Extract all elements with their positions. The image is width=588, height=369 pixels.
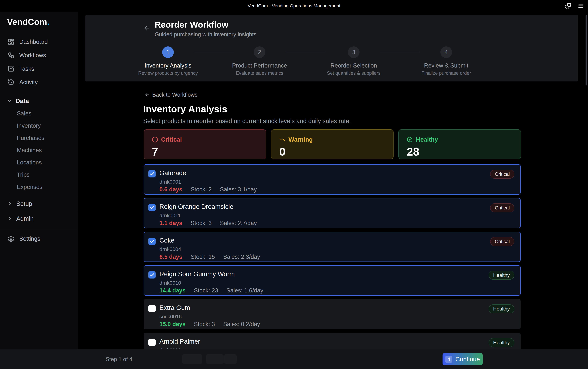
- status-badge: Critical: [490, 203, 514, 212]
- product-row-coke[interactable]: Coke drnk0004 6.5 days Stock: 15 Sales: …: [144, 232, 521, 262]
- arrow-left-icon: [144, 92, 150, 97]
- step-description: Set quantities & suppliers: [327, 71, 381, 76]
- product-checkbox[interactable]: [148, 271, 155, 278]
- back-button[interactable]: [143, 25, 150, 31]
- chevron-down-icon: [7, 99, 12, 103]
- days-remaining: 0.6 days: [159, 186, 182, 193]
- sidebar-item-expenses[interactable]: Expenses: [9, 181, 78, 193]
- wizard-footer: Step 1 of 4 4 Continue: [0, 349, 588, 369]
- sidebar-item-trips[interactable]: Trips: [9, 169, 78, 181]
- footer-ghost-button[interactable]: [182, 354, 202, 364]
- step-label: Product Performance: [232, 62, 287, 69]
- status-badge: Critical: [490, 237, 514, 246]
- sidebar-item-label: Dashboard: [19, 39, 48, 45]
- status-badge: Critical: [490, 170, 514, 179]
- data-sub-list: Sales Inventory Purchases Machines Locat…: [9, 107, 78, 193]
- product-name: Arnold Palmer: [159, 338, 200, 345]
- sidebar-item-activity[interactable]: Activity: [0, 75, 78, 89]
- stat-value: 0: [279, 145, 385, 158]
- sidebar-item-machines[interactable]: Machines: [9, 144, 78, 156]
- sidebar-item-label: Settings: [19, 236, 40, 242]
- stat-value: 28: [407, 145, 513, 158]
- sidebar-group-data[interactable]: Data: [0, 96, 78, 105]
- step-description: Finalize purchase order: [421, 71, 471, 76]
- sales-rate: Sales: 1.6/day: [227, 287, 263, 294]
- stat-card-critical: Critical 7: [144, 129, 266, 159]
- product-name: Coke: [159, 237, 175, 244]
- step-label: Review & Submit: [424, 62, 468, 69]
- sidebar-group-label: Admin: [16, 215, 33, 222]
- step-number-badge: 4: [440, 46, 452, 58]
- check-icon: [150, 172, 155, 176]
- sidebar-item-workflows[interactable]: Workflows: [0, 49, 78, 62]
- product-code: drnk0001: [159, 179, 181, 185]
- stock-level: Stock: 23: [194, 287, 218, 294]
- sidebar-group-admin[interactable]: Admin: [0, 212, 78, 226]
- product-name: Reign Orange Dreamsicle: [159, 203, 233, 210]
- step-indicator: Step 1 of 4: [106, 356, 132, 363]
- menu-icon[interactable]: [578, 3, 584, 9]
- sidebar-group-label: Setup: [16, 200, 32, 207]
- stat-label: Warning: [289, 136, 313, 143]
- product-code: drnk0004: [159, 246, 181, 252]
- continue-button[interactable]: 4 Continue: [443, 353, 483, 365]
- sales-rate: Sales: 2.7/day: [220, 220, 257, 226]
- step-number-badge: 3: [348, 46, 360, 58]
- status-badge: Healthy: [489, 338, 515, 347]
- stock-level: Stock: 15: [191, 254, 215, 260]
- alert-circle-icon: [152, 137, 158, 143]
- product-code: snck0016: [159, 314, 182, 319]
- product-checkbox[interactable]: [148, 238, 155, 245]
- sidebar-item-locations[interactable]: Locations: [9, 156, 78, 169]
- footer-ghost-button[interactable]: [224, 354, 237, 364]
- sidebar-item-dashboard[interactable]: Dashboard: [0, 35, 78, 49]
- product-checkbox[interactable]: [148, 204, 155, 211]
- page-subtitle: Select products to reorder based on curr…: [143, 118, 351, 124]
- sidebar-item-label: Workflows: [19, 52, 46, 59]
- window-title: VendCom - Vending Operations Management: [248, 3, 340, 9]
- sales-rate: Sales: 0.2/day: [223, 321, 260, 328]
- sidebar-group-setup[interactable]: Setup: [0, 197, 78, 210]
- product-row-reign-sour-gummy-worm[interactable]: Reign Sour Gummy Worm drnk0010 14.4 days…: [144, 265, 521, 296]
- arrow-left-icon: [143, 25, 150, 31]
- sales-rate: Sales: 2.3/day: [223, 254, 260, 260]
- sidebar-item-tasks[interactable]: Tasks: [0, 62, 78, 75]
- selected-count-badge: 4: [445, 356, 452, 363]
- trending-down-icon: [279, 137, 285, 143]
- chevron-right-icon: [8, 216, 12, 221]
- product-row-gatorade[interactable]: Gatorade drnk0001 0.6 days Stock: 2 Sale…: [144, 164, 521, 195]
- product-checkbox[interactable]: [148, 305, 155, 312]
- scrollbar-thumb[interactable]: [586, 15, 587, 85]
- extensions-puzzle-icon[interactable]: [565, 3, 571, 9]
- check-icon: [150, 239, 155, 244]
- product-checkbox[interactable]: [148, 339, 155, 346]
- sidebar-item-sales[interactable]: Sales: [9, 107, 78, 120]
- product-row-reign-orange-dreamsicle[interactable]: Reign Orange Dreamsicle drnk0011 1.1 day…: [144, 198, 521, 228]
- workflow-title: Reorder Workflow: [155, 20, 228, 30]
- sidebar-item-label: Activity: [19, 79, 38, 86]
- sales-rate: Sales: 3.1/day: [220, 186, 257, 193]
- product-row-extra-gum[interactable]: Extra Gum snck0016 15.0 days Stock: 3 Sa…: [144, 299, 521, 329]
- stepper-step-1: 1 Inventory Analysis Review products by …: [119, 46, 217, 76]
- days-remaining: 14.4 days: [159, 287, 186, 294]
- stat-card-warning: Warning 0: [271, 129, 393, 159]
- step-number-badge: 1: [162, 46, 174, 58]
- step-number-badge: 2: [254, 46, 265, 58]
- sidebar-item-purchases[interactable]: Purchases: [9, 132, 78, 144]
- sidebar: VendCom. Dashboard Workflows Tasks Activ…: [0, 12, 78, 349]
- workflow-header-panel: Reorder Workflow Guided purchasing with …: [85, 15, 578, 82]
- back-to-workflows-link[interactable]: Back to Workflows: [144, 92, 197, 98]
- stat-value: 7: [152, 145, 258, 158]
- sidebar-item-settings[interactable]: Settings: [0, 232, 78, 246]
- sidebar-item-inventory[interactable]: Inventory: [9, 120, 78, 132]
- footer-ghost-button[interactable]: [206, 354, 224, 364]
- check-square-icon: [8, 65, 14, 72]
- product-checkbox[interactable]: [148, 170, 155, 177]
- product-name: Gatorade: [159, 169, 186, 177]
- product-code: drnk0011: [159, 213, 181, 218]
- stepper-step-4: 4 Review & Submit Finalize purchase orde…: [397, 46, 495, 76]
- days-remaining: 1.1 days: [159, 220, 182, 226]
- stat-card-healthy: Healthy 28: [398, 129, 521, 159]
- workflow-subtitle: Guided purchasing with inventory insight…: [155, 31, 256, 38]
- status-badge: Healthy: [489, 304, 515, 313]
